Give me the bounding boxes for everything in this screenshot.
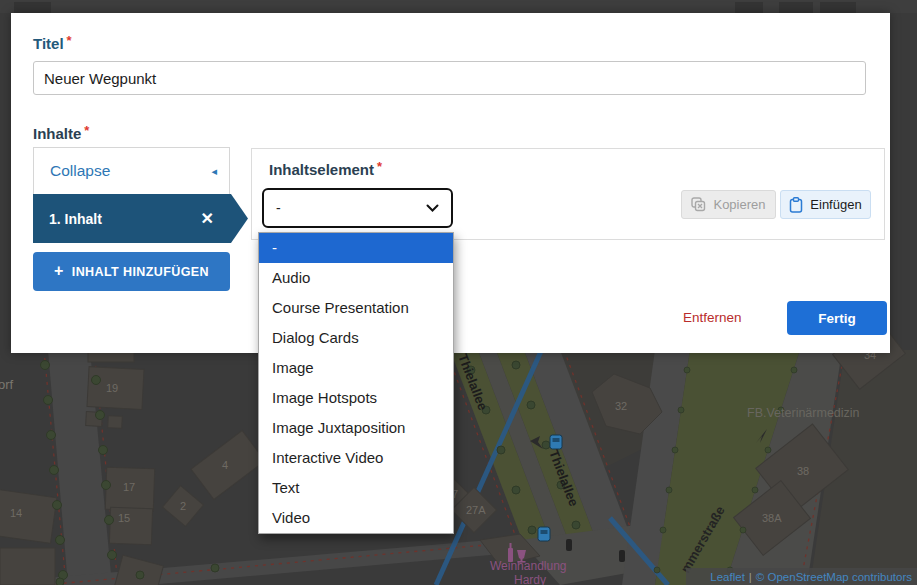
- add-content-button[interactable]: + INHALT HINZUFÜGEN: [33, 252, 230, 291]
- chevron-down-icon: [426, 204, 439, 212]
- library-select[interactable]: -: [262, 188, 453, 228]
- content-element-panel: Inhaltselement* - Kopieren Einfügen: [251, 148, 885, 240]
- building-number: 32: [615, 400, 627, 412]
- title-input[interactable]: [33, 61, 866, 95]
- dropdown-option[interactable]: Course Presentation: [259, 293, 453, 323]
- plus-icon: +: [54, 262, 64, 280]
- dropdown-option[interactable]: Audio: [259, 263, 453, 293]
- dropdown-option[interactable]: Image Hotspots: [259, 383, 453, 413]
- dropdown-option[interactable]: Dialog Cards: [259, 323, 453, 353]
- collapse-arrow-icon: ◂: [211, 165, 217, 178]
- place-label: orf: [0, 377, 14, 392]
- dropdown-option[interactable]: Video: [259, 503, 453, 533]
- building-number: 38A: [762, 512, 782, 524]
- building-number: 2: [180, 500, 186, 512]
- poi-label-hardy: Hardy: [514, 573, 546, 585]
- required-marker: *: [67, 33, 72, 48]
- top-bar-block: [779, 2, 813, 13]
- building-number: 19: [106, 382, 118, 394]
- poi-label-weinhandlung: Weinhandlung: [490, 559, 567, 573]
- tab-content-1[interactable]: 1. Inhalt ✕: [33, 194, 248, 243]
- collapse-button[interactable]: Collapse ◂: [33, 147, 230, 195]
- top-bar-block: [735, 2, 763, 13]
- close-icon[interactable]: ✕: [201, 209, 214, 228]
- attribution-separator: |: [749, 571, 752, 583]
- dropdown-option[interactable]: Image: [259, 353, 453, 383]
- dropdown-option[interactable]: Text: [259, 473, 453, 503]
- leaflet-link[interactable]: Leaflet: [710, 571, 745, 583]
- osm-link[interactable]: © OpenStreetMap contributors: [756, 571, 912, 583]
- title-field-label: Titel*: [33, 33, 72, 52]
- paste-button[interactable]: Einfügen: [780, 190, 871, 219]
- clipboard-icon: [789, 197, 803, 213]
- dropdown-option[interactable]: Interactive Video: [259, 443, 453, 473]
- top-bar: [0, 0, 917, 13]
- done-button[interactable]: Fertig: [787, 301, 887, 335]
- building-number: 15: [118, 512, 130, 524]
- dropdown-option[interactable]: -: [259, 233, 453, 263]
- building-number: 27A: [466, 504, 486, 516]
- library-dropdown-list: - Audio Course Presentation Dialog Cards…: [258, 232, 454, 534]
- required-marker: *: [84, 123, 89, 138]
- building-number: 38: [797, 465, 809, 477]
- ukraine-flag-icon: [693, 572, 706, 581]
- remove-link[interactable]: Entfernen: [683, 310, 742, 325]
- top-bar-block: [820, 2, 856, 13]
- dropdown-option[interactable]: Image Juxtaposition: [259, 413, 453, 443]
- required-marker: *: [377, 159, 382, 174]
- contents-field-label: Inhalte*: [33, 123, 89, 142]
- building-number: 14: [10, 507, 22, 519]
- copy-icon: [691, 197, 706, 212]
- library-select-value: -: [276, 200, 281, 216]
- building-number: 17: [123, 481, 135, 493]
- building-number: 4: [222, 459, 228, 471]
- campus-label: FB.Veterinärmedizin: [747, 406, 860, 420]
- map-attribution: Leaflet | © OpenStreetMap contributors: [686, 568, 917, 585]
- top-bar-block: [14, 2, 51, 13]
- content-element-label: Inhaltselement*: [269, 159, 382, 178]
- copy-button[interactable]: Kopieren: [681, 190, 776, 219]
